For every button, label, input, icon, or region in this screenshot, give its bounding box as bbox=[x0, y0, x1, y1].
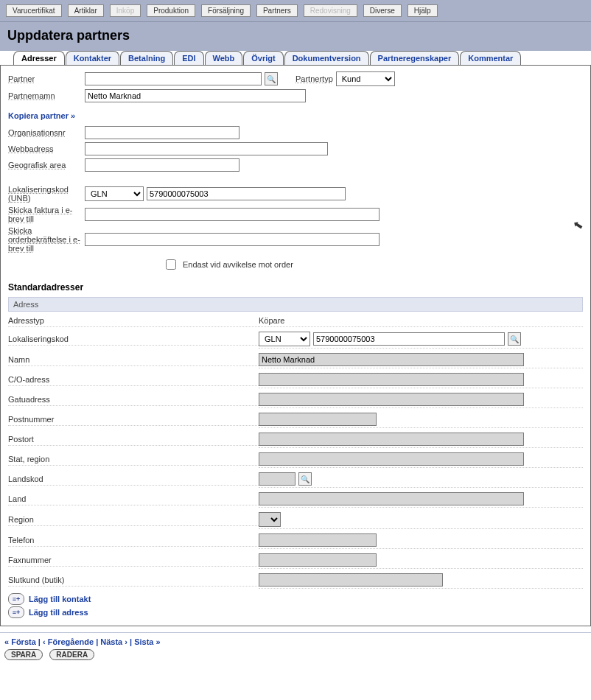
gatuadress-input bbox=[259, 393, 524, 406]
region-select[interactable] bbox=[259, 512, 281, 527]
nav-prev[interactable]: ‹ Föregående bbox=[43, 637, 94, 646]
namn-label: Namn bbox=[8, 354, 259, 366]
search-icon: 🔍 bbox=[510, 335, 519, 343]
email-orderbekr-label: Skicka orderbekräftelse i e-brev till bbox=[8, 226, 82, 253]
menu-hjalp[interactable]: Hjälp bbox=[408, 4, 438, 17]
partnertyp-label: Partnertyp bbox=[296, 74, 333, 83]
add-contact-link[interactable]: ≡+ Lägg till kontakt bbox=[8, 593, 583, 605]
nav-first[interactable]: « Första bbox=[4, 637, 36, 646]
lokaliseringskod-unb-label: Lokaliseringskod (UNB) bbox=[8, 185, 82, 203]
namn-input bbox=[259, 353, 524, 366]
partner-label: Partner bbox=[8, 74, 82, 83]
landskod-label: Landskod bbox=[8, 473, 259, 486]
addr-lokaliseringskod-lookup[interactable]: 🔍 bbox=[508, 332, 521, 346]
partnernamn-label: Partnernamn bbox=[8, 91, 82, 100]
adresstyp-value: Köpare bbox=[259, 315, 583, 327]
addr-lokaliseringskod-type-select[interactable]: GLN bbox=[259, 332, 310, 346]
adress-header: Adress bbox=[8, 297, 583, 312]
add-contact-icon: ≡+ bbox=[8, 593, 24, 605]
menu-forsaljning[interactable]: Försäljning bbox=[201, 4, 251, 17]
partnertyp-select[interactable]: Kund bbox=[336, 71, 395, 86]
land-input bbox=[259, 492, 524, 505]
organisationsnr-label: Organisationsnr bbox=[8, 128, 82, 137]
main-panel: Partner 🔍 Partnertyp Kund Partnernamn Ko… bbox=[0, 66, 591, 626]
postnummer-label: Postnummer bbox=[8, 413, 259, 426]
partner-input[interactable] bbox=[85, 72, 262, 85]
kopiera-partner-link[interactable]: Kopiera partner » bbox=[8, 111, 75, 120]
tab-betalning[interactable]: Betalning bbox=[120, 51, 173, 65]
stat-region-label: Stat, region bbox=[8, 453, 259, 466]
addr-lokaliseringskod-input[interactable] bbox=[313, 332, 505, 346]
tab-kommentar[interactable]: Kommentar bbox=[460, 51, 521, 65]
add-address-icon: ≡+ bbox=[8, 606, 24, 618]
menu-artiklar[interactable]: Artiklar bbox=[68, 4, 104, 17]
slutkund-label: Slutkund (butik) bbox=[8, 574, 259, 587]
menu-produktion[interactable]: Produktion bbox=[147, 4, 195, 17]
tab-kontakter[interactable]: Kontakter bbox=[66, 51, 119, 65]
addr-lokaliseringskod-label: Lokaliseringskod bbox=[8, 333, 259, 346]
stat-region-input bbox=[259, 452, 524, 466]
footer: « Första | ‹ Föregående | Nästa › | Sist… bbox=[0, 632, 591, 668]
email-faktura-label: Skicka faktura i e-brev till bbox=[8, 206, 82, 223]
email-faktura-input[interactable] bbox=[85, 208, 380, 221]
webbadress-input[interactable] bbox=[85, 142, 328, 155]
search-icon: 🔍 bbox=[301, 475, 310, 483]
tab-webb[interactable]: Webb bbox=[205, 51, 243, 65]
email-orderbekr-input[interactable] bbox=[85, 233, 380, 246]
tab-dokumentversion[interactable]: Dokumentversion bbox=[284, 51, 369, 65]
menu-partners[interactable]: Partners bbox=[256, 4, 298, 17]
telefon-input bbox=[259, 533, 377, 547]
postnummer-input bbox=[259, 413, 377, 426]
geografisk-area-input[interactable] bbox=[85, 158, 239, 172]
menu-redovisning: Redovisning bbox=[304, 4, 357, 17]
telefon-label: Telefon bbox=[8, 534, 259, 547]
nav-last[interactable]: Sista » bbox=[134, 637, 160, 646]
co-adress-input bbox=[259, 373, 524, 386]
geografisk-area-label: Geografisk area bbox=[8, 161, 82, 169]
tabstrip: Adresser Kontakter Betalning EDI Webb Öv… bbox=[0, 51, 591, 66]
landskod-lookup[interactable]: 🔍 bbox=[298, 472, 312, 486]
tab-partneregenskaper[interactable]: Partneregenskaper bbox=[370, 51, 460, 65]
standardadresser-title: Standardadresser bbox=[8, 282, 583, 293]
adresstyp-label: Adresstyp bbox=[8, 315, 259, 327]
save-button[interactable]: SPARA bbox=[4, 649, 43, 660]
address-grid: Adresstyp Köpare Lokaliseringskod GLN 🔍 … bbox=[8, 315, 583, 589]
faxnummer-input bbox=[259, 553, 377, 567]
endast-avvikelse-checkbox[interactable] bbox=[166, 259, 176, 270]
partner-lookup-button[interactable]: 🔍 bbox=[265, 72, 278, 85]
co-adress-label: C/O-adress bbox=[8, 374, 259, 386]
search-icon: 🔍 bbox=[267, 75, 276, 83]
topbar: Varucertifikat Artiklar Inköp Produktion… bbox=[0, 0, 591, 22]
land-label: Land bbox=[8, 493, 259, 505]
menu-inkop: Inköp bbox=[110, 4, 141, 17]
menu-diverse[interactable]: Diverse bbox=[363, 4, 402, 17]
partnernamn-input[interactable] bbox=[85, 89, 306, 102]
postort-label: Postort bbox=[8, 433, 259, 446]
page-title: Uppdatera partners bbox=[0, 22, 591, 51]
nav-next[interactable]: Nästa › bbox=[100, 637, 127, 646]
add-address-label: Lägg till adress bbox=[29, 608, 88, 617]
postort-input bbox=[259, 433, 524, 446]
lokaliseringskod-input[interactable] bbox=[147, 187, 346, 200]
lokaliseringskod-type-select[interactable]: GLN bbox=[85, 186, 144, 201]
tab-adresser[interactable]: Adresser bbox=[13, 51, 65, 65]
organisationsnr-input[interactable] bbox=[85, 126, 239, 139]
add-address-link[interactable]: ≡+ Lägg till adress bbox=[8, 606, 583, 618]
webbadress-label: Webbadress bbox=[8, 144, 82, 153]
landskod-input bbox=[259, 472, 296, 486]
add-contact-label: Lägg till kontakt bbox=[29, 595, 91, 603]
slutkund-input bbox=[259, 573, 443, 587]
gatuadress-label: Gatuadress bbox=[8, 393, 259, 406]
delete-button[interactable]: RADERA bbox=[49, 649, 94, 660]
faxnummer-label: Faxnummer bbox=[8, 554, 259, 567]
endast-avvikelse-label: Endast vid avvikelse mot order bbox=[183, 260, 293, 269]
region-label: Region bbox=[8, 514, 259, 526]
tab-ovrigt[interactable]: Övrigt bbox=[243, 51, 283, 65]
menu-varucertifikat[interactable]: Varucertifikat bbox=[6, 4, 62, 17]
tab-edi[interactable]: EDI bbox=[174, 51, 203, 65]
